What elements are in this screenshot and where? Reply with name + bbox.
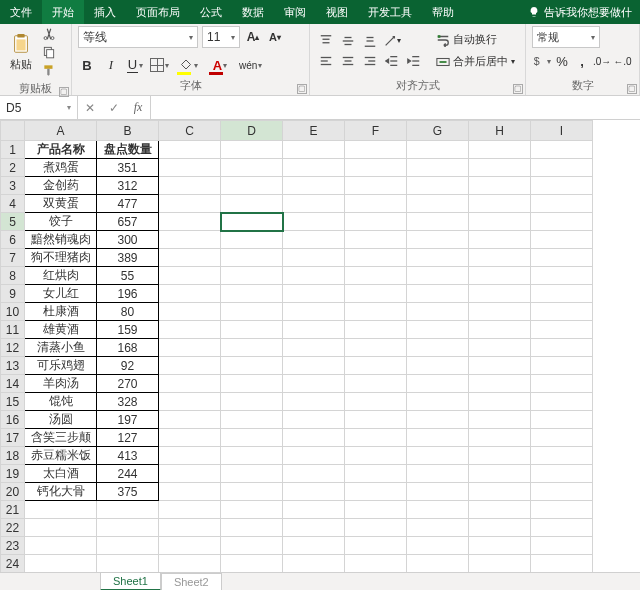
- cell[interactable]: [407, 393, 469, 411]
- cell[interactable]: [283, 303, 345, 321]
- tab-data[interactable]: 数据: [232, 0, 274, 24]
- cell[interactable]: 产品名称: [25, 141, 97, 159]
- italic-button[interactable]: I: [102, 55, 120, 75]
- cell[interactable]: [221, 393, 283, 411]
- cell[interactable]: 477: [97, 195, 159, 213]
- cell[interactable]: [283, 483, 345, 501]
- cell[interactable]: [283, 321, 345, 339]
- cell[interactable]: [345, 303, 407, 321]
- cell[interactable]: [159, 141, 221, 159]
- cell[interactable]: [469, 501, 531, 519]
- decrease-font-button[interactable]: A▾: [266, 27, 284, 47]
- cell[interactable]: 375: [97, 483, 159, 501]
- row-header[interactable]: 9: [1, 285, 25, 303]
- cell[interactable]: [469, 195, 531, 213]
- cell[interactable]: [345, 555, 407, 573]
- cell[interactable]: [283, 231, 345, 249]
- cell[interactable]: 金创药: [25, 177, 97, 195]
- cell[interactable]: [25, 501, 97, 519]
- format-painter-button[interactable]: [40, 62, 58, 78]
- cell[interactable]: [283, 213, 345, 231]
- copy-button[interactable]: [40, 44, 58, 60]
- accounting-format-button[interactable]: $▾: [532, 51, 551, 71]
- col-header-I[interactable]: I: [531, 121, 593, 141]
- cell[interactable]: [159, 483, 221, 501]
- cell[interactable]: [531, 159, 593, 177]
- cell[interactable]: [345, 483, 407, 501]
- cell[interactable]: [345, 321, 407, 339]
- cell[interactable]: [221, 231, 283, 249]
- cell[interactable]: [407, 321, 469, 339]
- cell[interactable]: [283, 393, 345, 411]
- cell[interactable]: [159, 339, 221, 357]
- cell[interactable]: [221, 195, 283, 213]
- cell[interactable]: [221, 285, 283, 303]
- cell[interactable]: [97, 537, 159, 555]
- row-header[interactable]: 16: [1, 411, 25, 429]
- col-header-F[interactable]: F: [345, 121, 407, 141]
- cell[interactable]: [159, 393, 221, 411]
- cell[interactable]: [469, 141, 531, 159]
- cell[interactable]: 含笑三步颠: [25, 429, 97, 447]
- cell[interactable]: [469, 411, 531, 429]
- cell[interactable]: [221, 465, 283, 483]
- cell[interactable]: [407, 375, 469, 393]
- percent-button[interactable]: %: [553, 51, 571, 71]
- cell[interactable]: [345, 285, 407, 303]
- cell[interactable]: 黯然销魂肉: [25, 231, 97, 249]
- cell[interactable]: [221, 303, 283, 321]
- cell[interactable]: [159, 465, 221, 483]
- cell[interactable]: 657: [97, 213, 159, 231]
- cell[interactable]: 168: [97, 339, 159, 357]
- cell[interactable]: [345, 411, 407, 429]
- cell[interactable]: [531, 555, 593, 573]
- cell[interactable]: [159, 267, 221, 285]
- cell[interactable]: 197: [97, 411, 159, 429]
- cell[interactable]: [221, 519, 283, 537]
- cell[interactable]: [221, 213, 283, 231]
- sheet-tab-1[interactable]: Sheet1: [100, 572, 161, 590]
- cell[interactable]: [469, 321, 531, 339]
- comma-button[interactable]: ,: [573, 51, 591, 71]
- cell[interactable]: [283, 339, 345, 357]
- cell[interactable]: 赤豆糯米饭: [25, 447, 97, 465]
- cell[interactable]: [25, 537, 97, 555]
- cell[interactable]: [221, 267, 283, 285]
- cell[interactable]: [159, 357, 221, 375]
- row-header[interactable]: 10: [1, 303, 25, 321]
- cell[interactable]: [283, 411, 345, 429]
- cell[interactable]: [531, 267, 593, 285]
- col-header-E[interactable]: E: [283, 121, 345, 141]
- cell[interactable]: [221, 357, 283, 375]
- number-launcher[interactable]: ▢: [627, 84, 637, 94]
- cell[interactable]: [221, 339, 283, 357]
- row-header[interactable]: 22: [1, 519, 25, 537]
- cell[interactable]: [345, 195, 407, 213]
- col-header-A[interactable]: A: [25, 121, 97, 141]
- cell[interactable]: [407, 501, 469, 519]
- cell[interactable]: [531, 213, 593, 231]
- cell[interactable]: 馄饨: [25, 393, 97, 411]
- cell[interactable]: [159, 231, 221, 249]
- row-header[interactable]: 7: [1, 249, 25, 267]
- cell[interactable]: [531, 393, 593, 411]
- cell[interactable]: 清蒸小鱼: [25, 339, 97, 357]
- cell[interactable]: 羊肉汤: [25, 375, 97, 393]
- merge-center-button[interactable]: 合并后居中▾: [432, 52, 519, 72]
- row-header[interactable]: 11: [1, 321, 25, 339]
- cell[interactable]: 159: [97, 321, 159, 339]
- cell[interactable]: [345, 213, 407, 231]
- cell[interactable]: [531, 339, 593, 357]
- cell[interactable]: 煮鸡蛋: [25, 159, 97, 177]
- cell[interactable]: 太白酒: [25, 465, 97, 483]
- cell[interactable]: [407, 447, 469, 465]
- cell[interactable]: [221, 429, 283, 447]
- cell[interactable]: [531, 177, 593, 195]
- cell[interactable]: [531, 249, 593, 267]
- cell[interactable]: [345, 339, 407, 357]
- align-top-button[interactable]: [316, 32, 336, 50]
- cell[interactable]: [345, 465, 407, 483]
- cell[interactable]: [531, 195, 593, 213]
- cell[interactable]: [159, 555, 221, 573]
- cell[interactable]: 雄黄酒: [25, 321, 97, 339]
